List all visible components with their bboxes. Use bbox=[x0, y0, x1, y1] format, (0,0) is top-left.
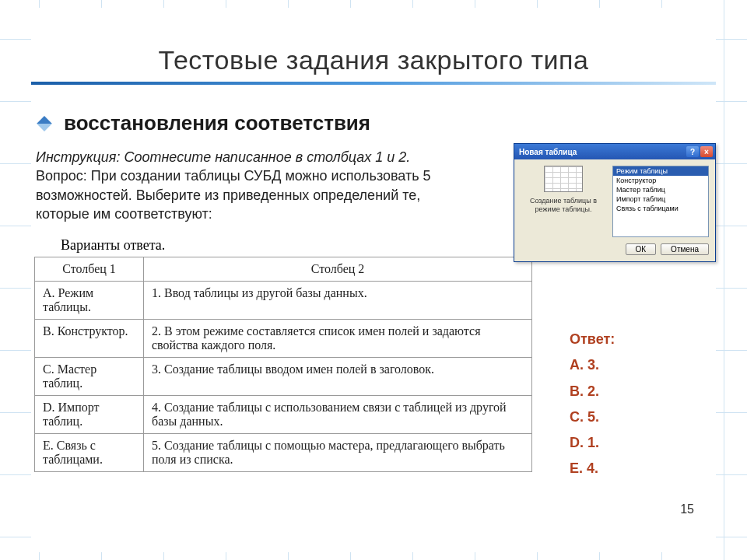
dialog-title: Новая таблица bbox=[519, 148, 577, 156]
slide-title: Тестовые задания закрытого типа bbox=[31, 8, 716, 82]
title-underline bbox=[31, 82, 716, 85]
table-head-row: Столбец 1 Столбец 2 bbox=[35, 257, 532, 282]
cell-c1: B. Конструктор. bbox=[35, 320, 144, 358]
list-item[interactable]: Режим таблицы bbox=[613, 166, 708, 176]
ok-button[interactable]: ОК bbox=[626, 243, 657, 255]
cell-c1: A. Режим таблицы. bbox=[35, 282, 144, 320]
close-icon[interactable]: × bbox=[700, 146, 713, 157]
dialog-footer: ОК Отмена bbox=[514, 243, 715, 261]
col2-header: Столбец 2 bbox=[144, 257, 532, 282]
page-number: 15 bbox=[680, 502, 694, 516]
answer-key: Ответ: A. 3. B. 2. C. 5. D. 1. E. 4. bbox=[570, 327, 702, 482]
bullet-diamond-icon bbox=[37, 116, 52, 131]
list-item[interactable]: Связь с таблицами bbox=[613, 204, 708, 213]
answer-item: E. 4. bbox=[570, 456, 702, 481]
slide: Тестовые задания закрытого типа восстано… bbox=[31, 8, 716, 552]
list-item[interactable]: Конструктор bbox=[613, 176, 708, 185]
cell-c2: 4. Создание таблицы с использованием свя… bbox=[144, 396, 532, 434]
answer-item: D. 1. bbox=[570, 430, 702, 456]
instruction-line: Инструкция: Соотнесите написанное в стол… bbox=[36, 148, 467, 166]
dialog-preview: Создание таблицы в режиме таблицы. bbox=[521, 166, 606, 237]
answer-item: C. 5. bbox=[570, 404, 702, 430]
list-item[interactable]: Импорт таблиц bbox=[613, 194, 708, 204]
col1-header: Столбец 1 bbox=[35, 257, 144, 282]
cell-c1: C. Мастер таблиц. bbox=[35, 358, 144, 396]
list-item[interactable]: Мастер таблиц bbox=[613, 185, 708, 194]
cell-c2: 1. Ввод таблицы из другой базы данных. bbox=[144, 282, 532, 320]
answer-item: B. 2. bbox=[570, 379, 702, 404]
table-grid-icon bbox=[544, 166, 583, 192]
answers-table: Столбец 1 Столбец 2 A. Режим таблицы. 1.… bbox=[34, 257, 532, 472]
table-row: C. Мастер таблиц. 3. Создание таблицы вв… bbox=[35, 358, 532, 396]
answer-item: A. 3. bbox=[570, 352, 702, 378]
content-area: Инструкция: Соотнесите написанное в стол… bbox=[31, 148, 716, 472]
dialog-preview-text: Создание таблицы в режиме таблицы. bbox=[521, 197, 606, 214]
cell-c1: E. Связь с таблицами. bbox=[35, 434, 144, 472]
question-line: Вопрос: При создании таблицы СУБД можно … bbox=[36, 166, 467, 223]
dialog-titlebar: Новая таблица ? × bbox=[514, 144, 715, 159]
table-row: D. Импорт таблиц. 4. Создание таблицы с … bbox=[35, 396, 532, 434]
subtitle-text: восстановления соответствия bbox=[64, 111, 370, 135]
table-row: B. Конструктор. 2. В этом режиме составл… bbox=[35, 320, 532, 358]
instruction-block: Инструкция: Соотнесите написанное в стол… bbox=[31, 148, 467, 233]
new-table-dialog: Новая таблица ? × Создание таблицы в реж… bbox=[514, 143, 716, 262]
help-icon[interactable]: ? bbox=[686, 146, 699, 157]
cancel-button[interactable]: Отмена bbox=[661, 243, 709, 255]
answer-caption: Ответ: bbox=[570, 327, 702, 352]
table-row: E. Связь с таблицами. 5. Создание таблиц… bbox=[35, 434, 532, 472]
cell-c2: 3. Создание таблицы вводом имен полей в … bbox=[144, 358, 532, 396]
dialog-body: Создание таблицы в режиме таблицы. Режим… bbox=[514, 159, 715, 243]
cell-c2: 5. Создание таблицы с помощью мастера, п… bbox=[144, 434, 532, 472]
dialog-list[interactable]: Режим таблицы Конструктор Мастер таблиц … bbox=[612, 166, 709, 237]
cell-c1: D. Импорт таблиц. bbox=[35, 396, 144, 434]
cell-c2: 2. В этом режиме составляется список име… bbox=[144, 320, 532, 358]
table-row: A. Режим таблицы. 1. Ввод таблицы из дру… bbox=[35, 282, 532, 320]
subtitle-row: восстановления соответствия bbox=[31, 108, 716, 148]
